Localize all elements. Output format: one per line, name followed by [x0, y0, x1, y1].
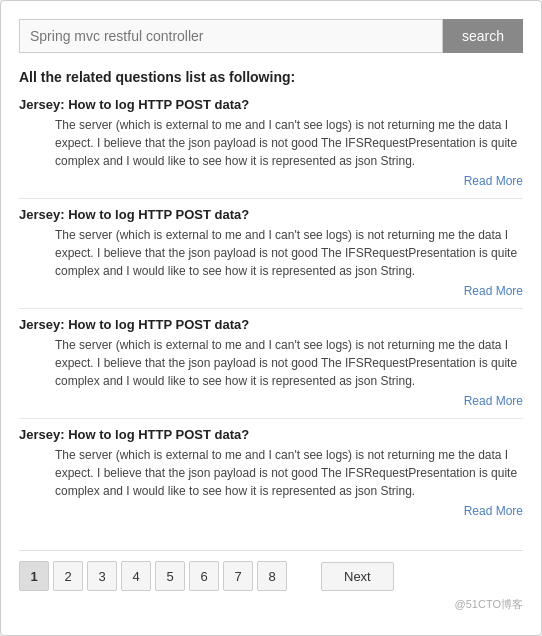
- main-window: Spring mvc restful controller search All…: [0, 0, 542, 636]
- read-more-link[interactable]: Read More: [464, 504, 523, 518]
- page-button-3[interactable]: 3: [87, 561, 117, 591]
- list-item: Jersey: How to log HTTP POST data? The s…: [19, 97, 523, 199]
- result-title: Jersey: How to log HTTP POST data?: [19, 97, 523, 112]
- list-item: Jersey: How to log HTTP POST data? The s…: [19, 427, 523, 528]
- page-button-8[interactable]: 8: [257, 561, 287, 591]
- result-body: The server (which is external to me and …: [55, 336, 523, 390]
- page-button-6[interactable]: 6: [189, 561, 219, 591]
- result-body: The server (which is external to me and …: [55, 116, 523, 170]
- search-bar: Spring mvc restful controller search: [19, 19, 523, 53]
- result-title: Jersey: How to log HTTP POST data?: [19, 427, 523, 442]
- page-button-7[interactable]: 7: [223, 561, 253, 591]
- result-body: The server (which is external to me and …: [55, 226, 523, 280]
- list-item: Jersey: How to log HTTP POST data? The s…: [19, 207, 523, 309]
- results-list: Jersey: How to log HTTP POST data? The s…: [19, 97, 523, 536]
- page-button-2[interactable]: 2: [53, 561, 83, 591]
- read-more-row: Read More: [19, 174, 523, 188]
- search-input[interactable]: Spring mvc restful controller: [19, 19, 443, 53]
- read-more-row: Read More: [19, 504, 523, 518]
- section-title: All the related questions list as follow…: [19, 69, 523, 85]
- page-button-5[interactable]: 5: [155, 561, 185, 591]
- read-more-row: Read More: [19, 394, 523, 408]
- result-title: Jersey: How to log HTTP POST data?: [19, 317, 523, 332]
- read-more-link[interactable]: Read More: [464, 394, 523, 408]
- read-more-link[interactable]: Read More: [464, 174, 523, 188]
- search-button[interactable]: search: [443, 19, 523, 53]
- watermark: @51CTO博客: [19, 597, 523, 612]
- read-more-link[interactable]: Read More: [464, 284, 523, 298]
- page-button-1[interactable]: 1: [19, 561, 49, 591]
- list-item: Jersey: How to log HTTP POST data? The s…: [19, 317, 523, 419]
- result-body: The server (which is external to me and …: [55, 446, 523, 500]
- next-button[interactable]: Next: [321, 562, 394, 591]
- result-title: Jersey: How to log HTTP POST data?: [19, 207, 523, 222]
- read-more-row: Read More: [19, 284, 523, 298]
- page-button-4[interactable]: 4: [121, 561, 151, 591]
- pagination: 1 2 3 4 5 6 7 8 Next: [19, 550, 523, 591]
